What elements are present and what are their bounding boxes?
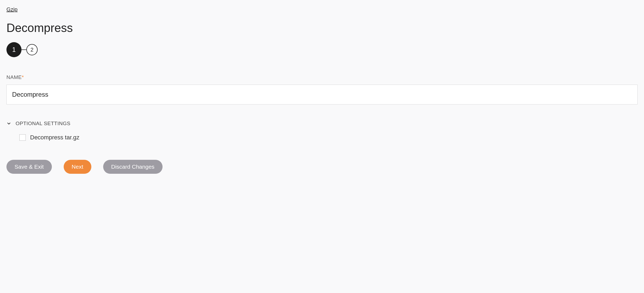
step-2[interactable]: 2 — [26, 44, 38, 55]
next-button[interactable]: Next — [64, 160, 91, 174]
optional-settings-toggle[interactable]: OPTIONAL SETTINGS — [6, 121, 638, 126]
name-label: NAME* — [6, 74, 638, 80]
step-1[interactable]: 1 — [6, 42, 21, 57]
save-exit-button[interactable]: Save & Exit — [6, 160, 52, 174]
name-field-group: NAME* — [6, 74, 638, 104]
decompress-targz-row: Decompress tar.gz — [19, 134, 638, 141]
page-title: Decompress — [6, 21, 638, 35]
decompress-targz-label: Decompress tar.gz — [30, 134, 79, 141]
button-row: Save & Exit Next Discard Changes — [6, 160, 638, 174]
optional-settings-label: OPTIONAL SETTINGS — [16, 121, 70, 126]
step-connector — [21, 49, 26, 50]
name-input[interactable] — [6, 85, 638, 104]
name-label-text: NAME — [6, 74, 22, 80]
required-asterisk: * — [22, 74, 24, 80]
chevron-down-icon — [6, 121, 11, 126]
decompress-targz-checkbox[interactable] — [19, 134, 26, 141]
discard-changes-button[interactable]: Discard Changes — [103, 160, 163, 174]
breadcrumb-link-gzip[interactable]: Gzip — [6, 6, 17, 13]
stepper: 1 2 — [6, 42, 638, 57]
